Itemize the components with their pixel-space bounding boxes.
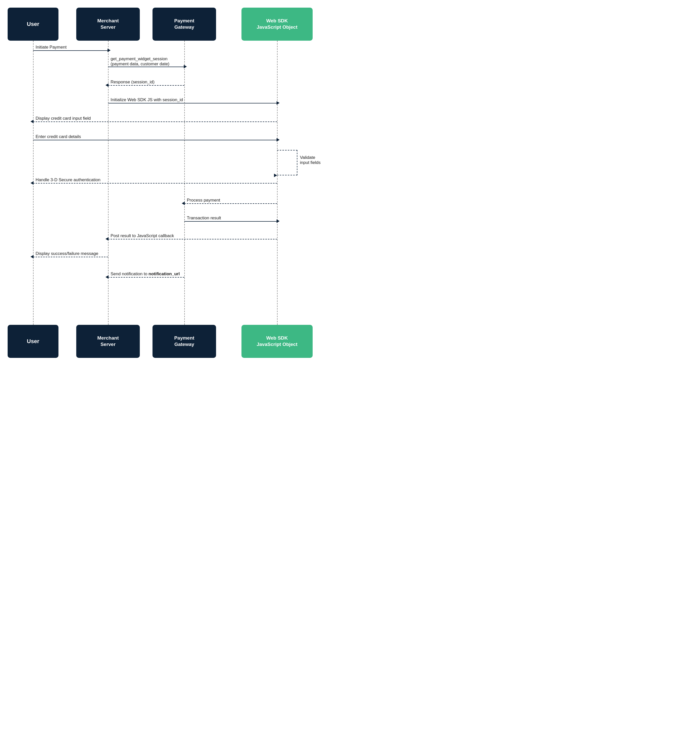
msg8-label: Handle 3-D Secure authentication — [35, 178, 100, 182]
msg5-line — [33, 122, 277, 122]
user-bot: User — [7, 325, 59, 358]
merchant-top: MerchantServer — [76, 7, 140, 41]
msg11-arrowhead — [106, 237, 109, 241]
gateway-bot: PaymentGateway — [153, 325, 216, 358]
msg1-arrowhead — [107, 48, 110, 52]
msg6-arrowhead — [277, 138, 280, 142]
msg3-line — [108, 85, 184, 86]
msg12-line — [33, 257, 108, 257]
msg8-arrowhead — [31, 181, 34, 185]
ll-gateway — [184, 41, 185, 325]
msg8-line — [33, 183, 277, 183]
msg10-label: Transaction result — [187, 216, 221, 221]
msg11-label: Post result to JavaScript callback — [110, 233, 174, 238]
msg4-arrowhead — [277, 101, 280, 105]
msg11-line — [108, 239, 277, 239]
msg10-arrowhead — [277, 219, 280, 223]
msg10-line — [184, 221, 277, 222]
msg4-line — [108, 103, 277, 103]
msg12-arrowhead — [31, 255, 34, 258]
msg6-line — [33, 140, 277, 140]
msg3-label: Response (session_id) — [110, 79, 154, 85]
msg3-arrowhead — [106, 84, 109, 87]
msg1-line — [33, 50, 108, 51]
msg13-label: Send notification to notification_url — [110, 272, 180, 276]
msg12-label: Display success/failure message — [35, 251, 98, 256]
msg2-line — [108, 67, 184, 67]
gateway-top: PaymentGateway — [153, 7, 216, 41]
sdk-top: Web SDKJavaScript Object — [241, 7, 313, 41]
msg5-label: Display credit card input field — [35, 116, 91, 121]
sequence-diagram: UserMerchantServerPaymentGatewayWeb SDKJ… — [0, 0, 350, 366]
msg9-line — [184, 203, 277, 204]
msg2-arrowhead — [184, 65, 187, 68]
msg7-self-arrowhead — [274, 173, 277, 177]
msg5-arrowhead — [31, 120, 34, 123]
msg13-arrowhead — [106, 275, 109, 279]
msg7-self-label: Validateinput fields — [300, 155, 320, 165]
merchant-bot: MerchantServer — [76, 325, 140, 358]
msg9-label: Process payment — [187, 198, 220, 203]
msg7-self — [277, 150, 297, 175]
msg13-line — [108, 277, 184, 277]
msg4-label: Initialize Web SDK JS with session_id — [110, 97, 183, 103]
msg1-label: Initiate Payment — [35, 45, 67, 50]
sdk-bot: Web SDKJavaScript Object — [241, 325, 313, 358]
msg9-arrowhead — [182, 201, 185, 205]
msg6-label: Enter credit card details — [35, 134, 81, 139]
ll-sdk — [277, 41, 277, 325]
msg2-label: get_payment_widget_session(payment data,… — [110, 56, 170, 67]
user-top: User — [7, 7, 59, 41]
